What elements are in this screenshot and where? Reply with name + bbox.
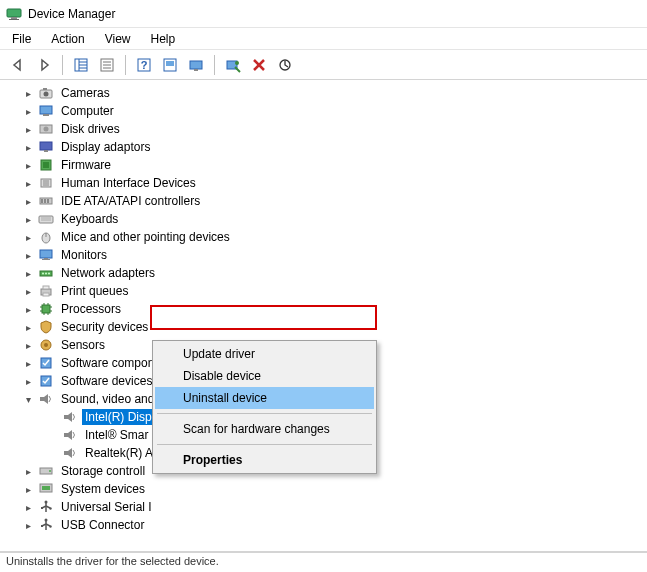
- refresh-button[interactable]: [273, 53, 297, 77]
- chevron-right-icon[interactable]: ▸: [22, 267, 34, 279]
- enable-device-button[interactable]: [184, 53, 208, 77]
- usb-icon: [38, 517, 54, 533]
- tree-category[interactable]: ▸Monitors: [2, 246, 645, 264]
- tree-category[interactable]: ▸Human Interface Devices: [2, 174, 645, 192]
- tree-category[interactable]: ▸System devices: [2, 480, 645, 498]
- sensor-icon: [38, 337, 54, 353]
- network-icon: [38, 265, 54, 281]
- mouse-icon: [38, 229, 54, 245]
- menu-file[interactable]: File: [2, 30, 41, 48]
- tree-category[interactable]: ▸Computer: [2, 102, 645, 120]
- tree-label: Sensors: [58, 337, 108, 353]
- forward-button[interactable]: [32, 53, 56, 77]
- chevron-right-icon[interactable]: ▸: [22, 519, 34, 531]
- context-menu-item[interactable]: Properties: [155, 449, 374, 471]
- chevron-right-icon[interactable]: ▸: [22, 123, 34, 135]
- tree-label: USB Connector: [58, 517, 147, 533]
- chevron-right-icon[interactable]: ▸: [22, 501, 34, 513]
- chevron-right-icon[interactable]: ▸: [22, 213, 34, 225]
- chevron-right-icon[interactable]: ▸: [22, 285, 34, 297]
- chevron-right-icon[interactable]: ▸: [22, 159, 34, 171]
- status-text: Uninstalls the driver for the selected d…: [6, 555, 219, 567]
- menu-help[interactable]: Help: [141, 30, 186, 48]
- usb-icon: [38, 499, 54, 515]
- context-menu-item[interactable]: Update driver: [155, 343, 374, 365]
- svg-rect-0: [7, 9, 21, 17]
- tree-label: Security devices: [58, 319, 151, 335]
- chevron-right-icon[interactable]: ▸: [22, 195, 34, 207]
- chevron-right-icon[interactable]: ▸: [22, 231, 34, 243]
- chevron-right-icon[interactable]: ▸: [22, 321, 34, 333]
- context-menu: Update driverDisable deviceUninstall dev…: [152, 340, 377, 474]
- camera-icon: [38, 85, 54, 101]
- tree-label: Print queues: [58, 283, 131, 299]
- titlebar: Device Manager: [0, 0, 647, 28]
- tree-category[interactable]: ▸Mice and other pointing devices: [2, 228, 645, 246]
- tree-category[interactable]: ▸Display adaptors: [2, 138, 645, 156]
- properties-button[interactable]: [95, 53, 119, 77]
- toolbar-sep: [62, 55, 63, 75]
- menu-view[interactable]: View: [95, 30, 141, 48]
- system-icon: [38, 481, 54, 497]
- tree-category[interactable]: ▸Cameras: [2, 84, 645, 102]
- chevron-down-icon[interactable]: ▾: [22, 393, 34, 405]
- context-menu-item[interactable]: Uninstall device: [155, 387, 374, 409]
- toolbar-sep: [125, 55, 126, 75]
- chevron-right-icon[interactable]: ▸: [22, 303, 34, 315]
- software-icon: [38, 373, 54, 389]
- chevron-right-icon[interactable]: ▸: [22, 483, 34, 495]
- tree-label: Firmware: [58, 157, 114, 173]
- chevron-right-icon[interactable]: ▸: [22, 105, 34, 117]
- uninstall-button[interactable]: [247, 53, 271, 77]
- tree-category[interactable]: ▸Firmware: [2, 156, 645, 174]
- tree-label: Realtek(R) A: [82, 445, 156, 461]
- tree-category[interactable]: ▸Universal Serial I: [2, 498, 645, 516]
- tree-category[interactable]: ▸Keyboards: [2, 210, 645, 228]
- svg-text:?: ?: [141, 59, 148, 71]
- tree-label: Display adaptors: [58, 139, 153, 155]
- svg-rect-17: [194, 69, 198, 71]
- window-title: Device Manager: [28, 7, 115, 21]
- menu-action[interactable]: Action: [41, 30, 94, 48]
- tree-label: Disk drives: [58, 121, 123, 137]
- security-icon: [38, 319, 54, 335]
- tree-label: Computer: [58, 103, 117, 119]
- audio-icon: [62, 409, 78, 425]
- tree-category[interactable]: ▸Print queues: [2, 282, 645, 300]
- chevron-right-icon[interactable]: ▸: [22, 375, 34, 387]
- show-tree-button[interactable]: [69, 53, 93, 77]
- chevron-right-icon[interactable]: ▸: [22, 357, 34, 369]
- help-button[interactable]: ?: [132, 53, 156, 77]
- tree-label: Keyboards: [58, 211, 121, 227]
- tree-label: Human Interface Devices: [58, 175, 199, 191]
- chevron-right-icon[interactable]: ▸: [22, 465, 34, 477]
- tree-label: Software devices: [58, 373, 155, 389]
- back-button[interactable]: [6, 53, 30, 77]
- tree-category[interactable]: ▸Network adapters: [2, 264, 645, 282]
- monitor-icon: [38, 247, 54, 263]
- tree-category[interactable]: ▸Processors: [2, 300, 645, 318]
- chevron-right-icon[interactable]: ▸: [22, 87, 34, 99]
- chevron-right-icon[interactable]: ▸: [22, 249, 34, 261]
- context-menu-item[interactable]: Disable device: [155, 365, 374, 387]
- audio-icon: [62, 445, 78, 461]
- storage-icon: [38, 463, 54, 479]
- chevron-right-icon[interactable]: ▸: [22, 141, 34, 153]
- svg-rect-1: [11, 17, 17, 19]
- tree-category[interactable]: ▸USB Connector: [2, 516, 645, 534]
- update-driver-button[interactable]: [158, 53, 182, 77]
- firmware-icon: [38, 157, 54, 173]
- hid-icon: [38, 175, 54, 191]
- chevron-right-icon[interactable]: ▸: [22, 339, 34, 351]
- tree-category[interactable]: ▸Security devices: [2, 318, 645, 336]
- chevron-right-icon[interactable]: ▸: [22, 177, 34, 189]
- menubar: File Action View Help: [0, 28, 647, 50]
- tree-category[interactable]: ▸Disk drives: [2, 120, 645, 138]
- computer-icon: [38, 103, 54, 119]
- statusbar: Uninstalls the driver for the selected d…: [0, 552, 647, 572]
- tree-category[interactable]: ▸IDE ATA/ATAPI controllers: [2, 192, 645, 210]
- scan-hardware-button[interactable]: [221, 53, 245, 77]
- device-tree[interactable]: ▸Cameras▸Computer▸Disk drives▸Display ad…: [0, 80, 647, 552]
- context-menu-item[interactable]: Scan for hardware changes: [155, 418, 374, 440]
- spacer: [46, 411, 58, 423]
